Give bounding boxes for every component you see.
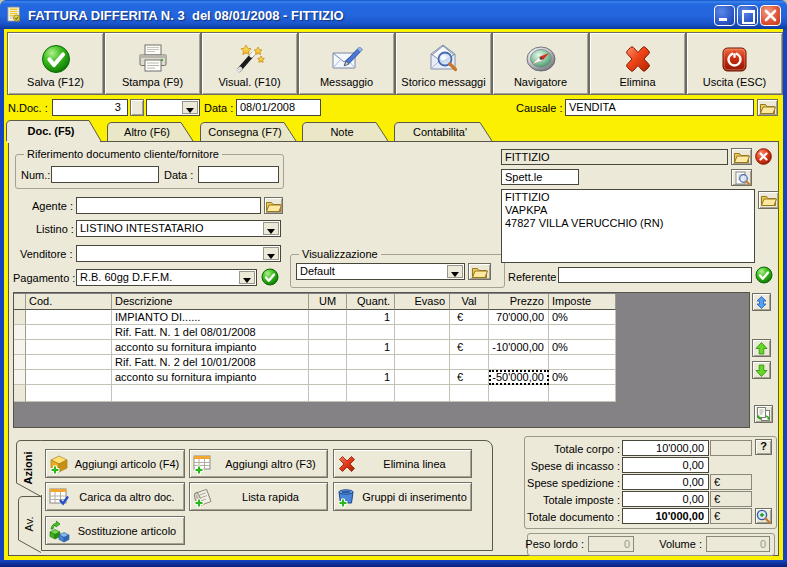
svg-text:Note: Note: [330, 126, 353, 138]
svg-text:Azioni: Azioni: [22, 452, 34, 485]
svg-text:Av.: Av.: [23, 517, 35, 532]
svg-text:Consegna (F7): Consegna (F7): [208, 126, 281, 138]
svg-text:Contabilita': Contabilita': [413, 126, 467, 138]
svg-text:Doc. (F5): Doc. (F5): [27, 125, 74, 137]
svg-text:Altro (F6): Altro (F6): [124, 126, 170, 138]
